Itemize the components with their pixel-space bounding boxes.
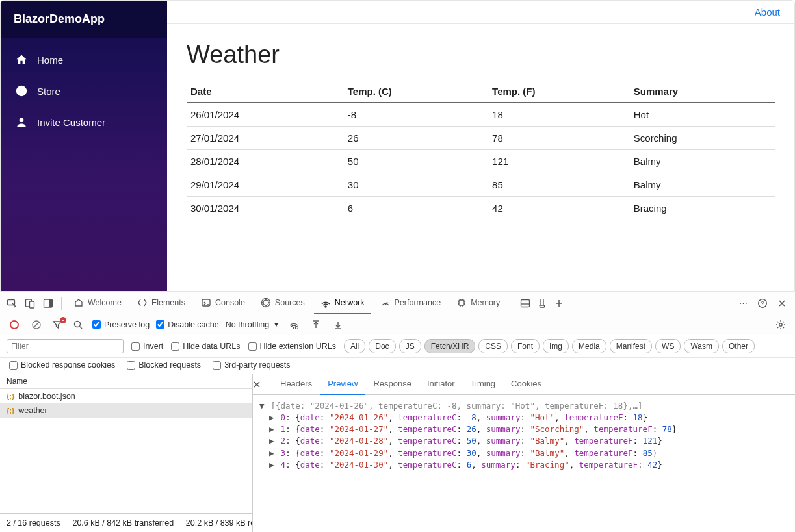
issues-icon[interactable] <box>534 296 550 311</box>
svg-rect-4 <box>30 301 34 308</box>
third-party-checkbox[interactable]: 3rd-party requests <box>213 361 290 370</box>
detail-tab-initiator[interactable]: Initiator <box>419 374 463 395</box>
svg-point-20 <box>293 327 294 328</box>
help-icon[interactable]: ? <box>755 296 770 311</box>
type-pill-img[interactable]: Img <box>543 339 569 353</box>
hide-data-urls-checkbox[interactable]: Hide data URLs <box>171 342 240 351</box>
type-pill-other[interactable]: Other <box>722 339 755 353</box>
nav-item-store[interactable]: Store <box>1 75 167 107</box>
table-row: 28/01/202450121Balmy <box>187 150 775 173</box>
devtools-tab-network[interactable]: Network <box>314 292 371 314</box>
table-cell: Balmy <box>630 150 775 173</box>
svg-rect-11 <box>459 300 464 305</box>
nav-label: Invite Customer <box>37 117 105 128</box>
table-cell: 30 <box>344 173 488 197</box>
table-cell: 50 <box>344 150 488 173</box>
disable-cache-checkbox[interactable]: Disable cache <box>156 320 219 329</box>
table-cell: 28/01/2024 <box>187 150 344 173</box>
table-cell: Scorching <box>630 127 775 150</box>
drawer-toggle-icon[interactable] <box>517 296 533 311</box>
json-icon: {;} <box>7 407 14 414</box>
svg-rect-7 <box>202 299 210 306</box>
detail-tab-response[interactable]: Response <box>365 374 419 395</box>
person-icon <box>15 116 28 129</box>
network-filterbar-2: Blocked response cookies Blocked request… <box>0 358 795 374</box>
network-conditions-icon[interactable] <box>286 317 302 333</box>
network-settings-icon[interactable] <box>773 317 788 333</box>
type-pill-ws[interactable]: WS <box>655 339 681 353</box>
table-row: 29/01/20243085Balmy <box>187 173 775 197</box>
clear-icon[interactable] <box>29 317 44 333</box>
request-detail: HeadersPreviewResponseInitiatorTimingCoo… <box>253 374 795 532</box>
filter-input[interactable] <box>7 339 124 353</box>
record-button[interactable] <box>7 317 22 333</box>
filter-toggle-icon[interactable]: • <box>51 318 64 331</box>
table-cell: Balmy <box>630 173 775 197</box>
network-filterbar: Invert Hide data URLs Hide extension URL… <box>0 335 795 358</box>
more-icon[interactable]: ⋯ <box>735 296 751 311</box>
devtools-tab-memory[interactable]: Memory <box>450 292 506 314</box>
table-cell: 121 <box>488 150 630 173</box>
weather-page: Weather DateTemp. (C)Temp. (F)Summary 26… <box>167 24 794 233</box>
table-cell: 27/01/2024 <box>187 127 344 150</box>
type-pill-js[interactable]: JS <box>399 339 421 353</box>
network-toolbar: • Preserve log Disable cache No throttli… <box>0 314 795 335</box>
detail-tab-headers[interactable]: Headers <box>272 374 320 395</box>
blocked-cookies-checkbox[interactable]: Blocked response cookies <box>9 361 115 370</box>
preserve-log-checkbox[interactable]: Preserve log <box>92 320 150 329</box>
table-row: 27/01/20242678Scorching <box>187 127 775 150</box>
type-pill-font[interactable]: Font <box>511 339 540 353</box>
svg-point-21 <box>296 326 298 329</box>
inspect-icon[interactable] <box>4 296 20 311</box>
nav-item-home[interactable]: Home <box>1 44 167 75</box>
type-pill-wasm[interactable]: Wasm <box>684 339 719 353</box>
network-status-bar: 2 / 16 requests 20.6 kB / 842 kB transfe… <box>0 513 252 532</box>
devtools-tab-performance[interactable]: Performance <box>374 292 448 314</box>
response-preview[interactable]: ▼ [{date: "2024-01-26", temperatureC: -8… <box>253 395 795 532</box>
detail-tab-preview[interactable]: Preview <box>320 374 365 395</box>
search-icon[interactable] <box>70 317 86 333</box>
table-cell: 78 <box>488 127 630 150</box>
table-cell: 42 <box>488 197 630 220</box>
type-pill-manifest[interactable]: Manifest <box>610 339 652 353</box>
detail-tab-timing[interactable]: Timing <box>463 374 504 395</box>
network-body: Name {;}blazor.boot.json{;}weather 2 / 1… <box>0 374 795 532</box>
throttling-select[interactable]: No throttling▼ <box>226 320 280 329</box>
table-cell: 29/01/2024 <box>187 173 344 197</box>
request-row[interactable]: {;}weather <box>0 403 252 418</box>
type-pill-css[interactable]: CSS <box>478 339 508 353</box>
devtools-tab-console[interactable]: Console <box>194 292 252 314</box>
weather-table: DateTemp. (C)Temp. (F)Summary 26/01/2024… <box>187 81 775 220</box>
json-icon: {;} <box>7 392 14 400</box>
type-pill-doc[interactable]: Doc <box>369 339 395 353</box>
invert-checkbox[interactable]: Invert <box>131 342 163 351</box>
devtools-tab-welcome[interactable]: Welcome <box>67 292 128 314</box>
svg-line-19 <box>80 326 83 329</box>
device-toggle-icon[interactable] <box>22 296 38 311</box>
dock-side-icon[interactable] <box>40 296 56 311</box>
add-tab-icon[interactable] <box>551 296 567 311</box>
export-har-icon[interactable] <box>330 317 346 333</box>
type-pill-all[interactable]: All <box>344 339 365 353</box>
blocked-requests-checkbox[interactable]: Blocked requests <box>127 361 201 370</box>
devtools-tab-elements[interactable]: Elements <box>131 292 192 314</box>
type-pill-fetchxhr[interactable]: Fetch/XHR <box>424 339 476 353</box>
close-devtools-icon[interactable] <box>774 296 790 311</box>
brand-title: BlazorDemoApp <box>1 1 167 38</box>
about-link[interactable]: About <box>755 6 780 18</box>
table-cell: Hot <box>630 103 775 127</box>
type-pill-media[interactable]: Media <box>572 339 606 353</box>
detail-tabs: HeadersPreviewResponseInitiatorTimingCoo… <box>253 374 795 395</box>
detail-tab-cookies[interactable]: Cookies <box>503 374 549 395</box>
import-har-icon[interactable] <box>308 317 324 333</box>
svg-line-17 <box>34 322 39 327</box>
request-row[interactable]: {;}blazor.boot.json <box>0 389 252 403</box>
hide-extension-urls-checkbox[interactable]: Hide extension URLs <box>248 342 336 351</box>
svg-point-10 <box>325 305 326 307</box>
table-header: Temp. (C) <box>344 81 488 103</box>
request-list-header: Name <box>0 374 252 389</box>
devtools-tab-sources[interactable]: Sources <box>254 292 311 314</box>
nav-item-invite-customer[interactable]: Invite Customer <box>1 107 167 138</box>
devtools-panel: WelcomeElementsConsoleSourcesNetworkPerf… <box>0 292 795 532</box>
close-detail-icon[interactable] <box>253 381 272 388</box>
